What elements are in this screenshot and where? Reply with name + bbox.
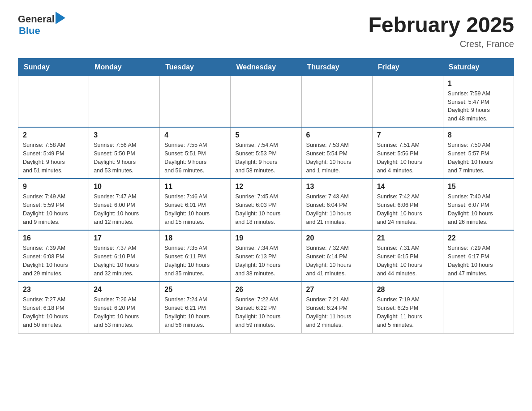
day-info: Sunrise: 7:53 AMSunset: 5:54 PMDaylight:… <box>306 141 368 175</box>
day-info: Sunrise: 7:51 AMSunset: 5:56 PMDaylight:… <box>377 141 438 175</box>
day-number: 16 <box>23 234 84 242</box>
day-info: Sunrise: 7:49 AMSunset: 5:59 PMDaylight:… <box>23 193 84 226</box>
day-info: Sunrise: 7:34 AMSunset: 6:13 PMDaylight:… <box>235 244 296 278</box>
calendar-title: February 2025 <box>368 13 514 37</box>
logo-general-text: General <box>18 13 55 25</box>
day-number: 18 <box>164 234 226 242</box>
calendar-week-row: 9Sunrise: 7:49 AMSunset: 5:59 PMDaylight… <box>18 179 514 230</box>
day-number: 27 <box>306 286 368 294</box>
day-number: 25 <box>164 286 226 294</box>
table-row: 10Sunrise: 7:47 AMSunset: 6:00 PMDayligh… <box>89 179 160 230</box>
day-info: Sunrise: 7:45 AMSunset: 6:03 PMDaylight:… <box>235 193 296 226</box>
day-info: Sunrise: 7:50 AMSunset: 5:57 PMDaylight:… <box>448 141 509 175</box>
header-wednesday: Wednesday <box>231 58 301 76</box>
day-info: Sunrise: 7:35 AMSunset: 6:11 PMDaylight:… <box>164 244 226 278</box>
table-row: 17Sunrise: 7:37 AMSunset: 6:10 PMDayligh… <box>89 230 160 282</box>
table-row: 13Sunrise: 7:43 AMSunset: 6:04 PMDayligh… <box>301 179 372 230</box>
table-row: 23Sunrise: 7:27 AMSunset: 6:18 PMDayligh… <box>18 282 89 333</box>
calendar-table: Sunday Monday Tuesday Wednesday Thursday… <box>18 58 514 334</box>
table-row: 15Sunrise: 7:40 AMSunset: 6:07 PMDayligh… <box>443 179 514 230</box>
table-row: 11Sunrise: 7:46 AMSunset: 6:01 PMDayligh… <box>160 179 231 230</box>
header-friday: Friday <box>372 58 443 76</box>
calendar-subtitle: Crest, France <box>368 39 514 49</box>
calendar-header-row: Sunday Monday Tuesday Wednesday Thursday… <box>18 58 514 76</box>
day-number: 7 <box>377 131 438 139</box>
day-info: Sunrise: 7:59 AMSunset: 5:47 PMDaylight:… <box>448 90 509 123</box>
day-number: 24 <box>94 286 155 294</box>
day-info: Sunrise: 7:46 AMSunset: 6:01 PMDaylight:… <box>164 193 226 226</box>
table-row: 2Sunrise: 7:58 AMSunset: 5:49 PMDaylight… <box>18 127 89 179</box>
table-row: 24Sunrise: 7:26 AMSunset: 6:20 PMDayligh… <box>89 282 160 333</box>
day-info: Sunrise: 7:58 AMSunset: 5:49 PMDaylight:… <box>23 141 84 175</box>
day-info: Sunrise: 7:22 AMSunset: 6:22 PMDaylight:… <box>235 295 296 329</box>
day-info: Sunrise: 7:19 AMSunset: 6:25 PMDaylight:… <box>377 295 438 329</box>
table-row: 26Sunrise: 7:22 AMSunset: 6:22 PMDayligh… <box>231 282 301 333</box>
table-row: 9Sunrise: 7:49 AMSunset: 5:59 PMDaylight… <box>18 179 89 230</box>
day-number: 4 <box>164 131 226 139</box>
day-info: Sunrise: 7:42 AMSunset: 6:06 PMDaylight:… <box>377 193 438 226</box>
logo: General Blue <box>18 13 65 37</box>
table-row <box>301 76 372 127</box>
table-row: 16Sunrise: 7:39 AMSunset: 6:08 PMDayligh… <box>18 230 89 282</box>
day-info: Sunrise: 7:43 AMSunset: 6:04 PMDaylight:… <box>306 193 368 226</box>
header-sunday: Sunday <box>18 58 89 76</box>
day-number: 11 <box>164 183 226 191</box>
table-row: 18Sunrise: 7:35 AMSunset: 6:11 PMDayligh… <box>160 230 231 282</box>
day-info: Sunrise: 7:47 AMSunset: 6:00 PMDaylight:… <box>94 193 155 226</box>
table-row: 12Sunrise: 7:45 AMSunset: 6:03 PMDayligh… <box>231 179 301 230</box>
day-info: Sunrise: 7:37 AMSunset: 6:10 PMDaylight:… <box>94 244 155 278</box>
logo-blue-text: Blue <box>19 25 40 37</box>
table-row <box>231 76 301 127</box>
table-row <box>443 282 514 333</box>
table-row: 6Sunrise: 7:53 AMSunset: 5:54 PMDaylight… <box>301 127 372 179</box>
day-number: 8 <box>448 131 509 139</box>
day-number: 6 <box>306 131 368 139</box>
day-info: Sunrise: 7:32 AMSunset: 6:14 PMDaylight:… <box>306 244 368 278</box>
calendar-week-row: 16Sunrise: 7:39 AMSunset: 6:08 PMDayligh… <box>18 230 514 282</box>
day-number: 15 <box>448 183 509 191</box>
day-info: Sunrise: 7:54 AMSunset: 5:53 PMDaylight:… <box>235 141 296 175</box>
table-row: 21Sunrise: 7:31 AMSunset: 6:15 PMDayligh… <box>372 230 443 282</box>
day-number: 5 <box>235 131 296 139</box>
day-info: Sunrise: 7:24 AMSunset: 6:21 PMDaylight:… <box>164 295 226 329</box>
day-info: Sunrise: 7:55 AMSunset: 5:51 PMDaylight:… <box>164 141 226 175</box>
calendar-week-row: 1Sunrise: 7:59 AMSunset: 5:47 PMDaylight… <box>18 76 514 127</box>
header-thursday: Thursday <box>301 58 372 76</box>
header-monday: Monday <box>89 58 160 76</box>
day-number: 12 <box>235 183 296 191</box>
table-row: 3Sunrise: 7:56 AMSunset: 5:50 PMDaylight… <box>89 127 160 179</box>
table-row: 28Sunrise: 7:19 AMSunset: 6:25 PMDayligh… <box>372 282 443 333</box>
table-row: 27Sunrise: 7:21 AMSunset: 6:24 PMDayligh… <box>301 282 372 333</box>
header-saturday: Saturday <box>443 58 514 76</box>
day-info: Sunrise: 7:26 AMSunset: 6:20 PMDaylight:… <box>94 295 155 329</box>
day-info: Sunrise: 7:31 AMSunset: 6:15 PMDaylight:… <box>377 244 438 278</box>
table-row <box>18 76 89 127</box>
day-number: 28 <box>377 286 438 294</box>
table-row: 8Sunrise: 7:50 AMSunset: 5:57 PMDaylight… <box>443 127 514 179</box>
day-number: 14 <box>377 183 438 191</box>
day-number: 17 <box>94 234 155 242</box>
page-header: General Blue February 2025 Crest, France <box>18 13 514 49</box>
day-info: Sunrise: 7:39 AMSunset: 6:08 PMDaylight:… <box>23 244 84 278</box>
logo-arrow-icon <box>56 12 65 24</box>
day-number: 3 <box>94 131 155 139</box>
day-number: 9 <box>23 183 84 191</box>
day-info: Sunrise: 7:27 AMSunset: 6:18 PMDaylight:… <box>23 295 84 329</box>
table-row: 20Sunrise: 7:32 AMSunset: 6:14 PMDayligh… <box>301 230 372 282</box>
header-tuesday: Tuesday <box>160 58 231 76</box>
table-row: 1Sunrise: 7:59 AMSunset: 5:47 PMDaylight… <box>443 76 514 127</box>
day-number: 20 <box>306 234 368 242</box>
table-row: 25Sunrise: 7:24 AMSunset: 6:21 PMDayligh… <box>160 282 231 333</box>
table-row: 19Sunrise: 7:34 AMSunset: 6:13 PMDayligh… <box>231 230 301 282</box>
day-number: 22 <box>448 234 509 242</box>
table-row: 4Sunrise: 7:55 AMSunset: 5:51 PMDaylight… <box>160 127 231 179</box>
day-info: Sunrise: 7:40 AMSunset: 6:07 PMDaylight:… <box>448 193 509 226</box>
title-section: February 2025 Crest, France <box>368 13 514 49</box>
table-row <box>89 76 160 127</box>
day-number: 26 <box>235 286 296 294</box>
table-row: 22Sunrise: 7:29 AMSunset: 6:17 PMDayligh… <box>443 230 514 282</box>
day-number: 19 <box>235 234 296 242</box>
day-number: 10 <box>94 183 155 191</box>
svg-marker-0 <box>56 12 65 24</box>
day-info: Sunrise: 7:21 AMSunset: 6:24 PMDaylight:… <box>306 295 368 329</box>
